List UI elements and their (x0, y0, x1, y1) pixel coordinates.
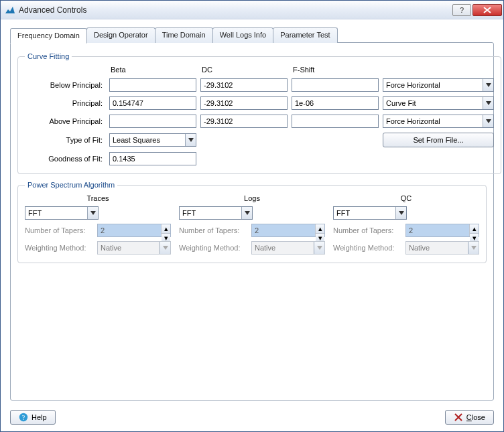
psa-header-qc: QC (333, 194, 479, 202)
label-qc-tapers: Number of Tapers: (333, 226, 405, 234)
spinner-buttons: ▴▾ (315, 224, 324, 236)
app-icon (5, 5, 15, 15)
window: Advanced Controls ? Frequency Domain Des… (0, 0, 504, 432)
tab-well-logs-info[interactable]: Well Logs Info (212, 27, 274, 43)
label-traces-weight: Weighting Method: (25, 244, 97, 252)
power-spectrum-legend: Power Spectrum Algorithm (25, 181, 117, 189)
spinner-logs-tapers (251, 224, 325, 237)
chevron-down-icon[interactable] (483, 115, 493, 127)
chevron-down-icon[interactable] (395, 207, 406, 219)
label-logs-weight: Weighting Method: (179, 244, 251, 252)
power-spectrum-group: Power Spectrum Algorithm Traces Number o… (17, 181, 487, 263)
tab-time-domain[interactable]: Time Domain (155, 27, 213, 43)
label-type-of-fit: Type of Fit: (25, 136, 105, 144)
spinner-buttons: ▴▾ (161, 224, 170, 236)
header-beta: Beta (109, 66, 196, 74)
label-below-principal: Below Principal: (25, 81, 105, 89)
spinner-traces-tapers (97, 224, 171, 237)
label-above-principal: Above Principal: (25, 117, 105, 125)
input-above-beta[interactable] (109, 115, 196, 128)
help-icon: ? (19, 413, 28, 422)
tab-frequency-domain[interactable]: Frequency Domain (10, 28, 87, 44)
psa-header-traces: Traces (25, 194, 171, 202)
select-above-mode[interactable] (383, 115, 494, 128)
window-title: Advanced Controls (19, 5, 451, 15)
input-principal-fshift[interactable] (292, 96, 379, 110)
select-principal-mode[interactable] (383, 96, 494, 110)
content: Frequency Domain Design Operator Time Do… (1, 19, 503, 406)
chevron-down-icon (314, 242, 324, 254)
chevron-down-icon[interactable] (483, 79, 493, 91)
tab-parameter-test[interactable]: Parameter Test (273, 27, 337, 43)
help-button-label: Help (32, 413, 47, 421)
chevron-down-icon[interactable] (483, 97, 493, 109)
tab-design-operator[interactable]: Design Operator (86, 27, 155, 43)
footer: ? Help Close (1, 406, 503, 431)
input-principal-dc[interactable] (200, 96, 288, 110)
label-qc-weight: Weighting Method: (333, 244, 405, 252)
chevron-down-icon[interactable] (241, 207, 252, 219)
label-traces-tapers: Number of Tapers: (25, 226, 97, 234)
label-principal: Principal: (25, 99, 105, 107)
input-below-beta[interactable] (109, 78, 196, 92)
psa-col-traces: Traces Number of Tapers: ▴▾ Weighting Me… (25, 194, 171, 255)
chevron-down-icon (468, 242, 479, 254)
tab-pane-frequency-domain: Curve Fitting Beta DC F-Shift Below Prin… (10, 42, 494, 401)
curve-fitting-legend: Curve Fitting (25, 52, 72, 60)
close-button[interactable]: Close (445, 410, 494, 425)
input-above-dc[interactable] (200, 115, 288, 128)
spinner-buttons: ▴▾ (469, 224, 479, 236)
header-dc: DC (200, 66, 288, 74)
input-below-fshift[interactable] (292, 78, 379, 92)
psa-col-logs: Logs Number of Tapers: ▴▾ Weighting Meth… (179, 194, 325, 255)
help-titlebar-button[interactable]: ? (452, 4, 471, 16)
set-from-file-button[interactable]: Set From File... (383, 133, 494, 147)
select-below-mode[interactable] (383, 78, 494, 92)
chevron-down-icon[interactable] (87, 207, 98, 219)
chevron-down-icon (160, 242, 170, 254)
tab-bar: Frequency Domain Design Operator Time Do… (10, 27, 494, 43)
close-titlebar-button[interactable] (472, 4, 502, 16)
psa-header-logs: Logs (179, 194, 325, 202)
input-below-dc[interactable] (200, 78, 288, 92)
select-type-of-fit[interactable] (109, 133, 196, 147)
psa-col-qc: QC Number of Tapers: ▴▾ Weighting Method… (333, 194, 479, 255)
header-fshift: F-Shift (292, 66, 379, 74)
titlebar: Advanced Controls ? (1, 1, 503, 19)
label-goodness-of-fit: Goodness of Fit: (25, 155, 105, 163)
input-above-fshift[interactable] (292, 115, 379, 128)
label-logs-tapers: Number of Tapers: (179, 226, 251, 234)
curve-fitting-group: Curve Fitting Beta DC F-Shift Below Prin… (17, 52, 501, 174)
help-button[interactable]: ? Help (10, 410, 56, 425)
chevron-down-icon[interactable] (185, 134, 196, 146)
svg-text:?: ? (22, 414, 25, 421)
input-principal-beta[interactable] (109, 96, 196, 110)
input-goodness-of-fit[interactable] (109, 152, 196, 165)
close-button-label: Close (466, 413, 485, 421)
close-icon (454, 413, 463, 422)
spinner-qc-tapers (405, 224, 479, 237)
